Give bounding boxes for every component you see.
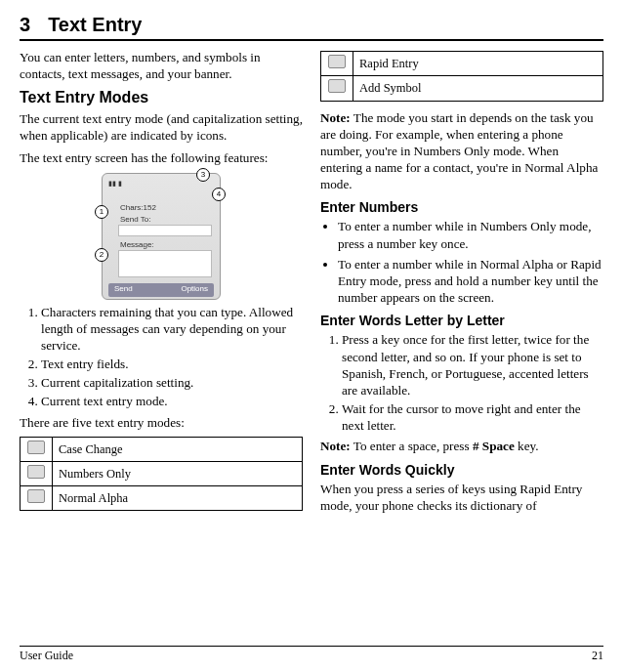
phone-screenshot-figure: ▮▮ ▮ Chars:152 Send To: Message: Send Op…: [102, 173, 221, 300]
list-item: Text entry fields.: [41, 356, 303, 372]
table-row: Normal Alpha: [21, 486, 303, 511]
intro-text: You can enter letters, numbers, and symb…: [20, 49, 303, 82]
message-field: [118, 250, 212, 277]
table-row: Numbers Only: [21, 461, 303, 485]
modes-table-right: Rapid Entry Add Symbol: [320, 51, 603, 102]
modes-intro: There are five text entry modes:: [20, 414, 303, 431]
send-to-label: Send To:: [120, 215, 150, 225]
note-mode-start: Note: The mode you start in depends on t…: [320, 109, 603, 193]
list-item: Wait for the cursor to move right and en…: [342, 400, 603, 434]
heading-words-quickly: Enter Words Quickly: [320, 461, 603, 479]
numbers-only-icon: [27, 465, 45, 479]
modes-table-left: Case Change Numbers Only Normal Alpha: [20, 437, 303, 512]
chapter-header: 3 Text Entry: [20, 12, 603, 41]
note-label: Note:: [320, 439, 351, 453]
footer-title: User Guide: [20, 649, 73, 664]
list-item: Press a key once for the first letter, t…: [342, 331, 603, 399]
note-label: Note:: [320, 110, 351, 125]
rapid-entry-icon: [328, 55, 346, 68]
chapter-number: 3: [20, 12, 30, 37]
rapid-entry-desc: When you press a series of keys using Ra…: [320, 481, 603, 514]
table-row: Case Change: [21, 437, 303, 461]
callout-4: 4: [212, 188, 226, 201]
list-item: Current capitalization setting.: [41, 374, 303, 391]
heading-enter-numbers: Enter Numbers: [320, 198, 603, 216]
list-item: Current text entry mode.: [41, 393, 303, 409]
heading-text-entry-modes: Text Entry Modes: [20, 88, 303, 108]
list-item: To enter a number while in Numbers Only …: [338, 218, 603, 251]
modes-desc-2: The text entry screen has the following …: [20, 149, 303, 166]
list-item: Characters remaining that you can type. …: [41, 304, 303, 354]
heading-letter-by-letter: Enter Words Letter by Letter: [320, 312, 603, 329]
normal-alpha-icon: [27, 489, 45, 503]
page-footer: User Guide 21: [20, 646, 603, 664]
battery-icon: ▮: [118, 179, 122, 188]
letter-by-letter-list: Press a key once for the first letter, t…: [320, 331, 603, 434]
table-row: Add Symbol: [321, 76, 603, 101]
signal-icon: ▮▮: [108, 179, 116, 188]
message-label: Message:: [120, 240, 154, 250]
mode-label: Rapid Entry: [353, 52, 603, 76]
callout-2: 2: [95, 248, 108, 262]
page-number: 21: [592, 649, 603, 664]
modes-desc-1: The current text entry mode (and capital…: [20, 110, 303, 144]
callout-1: 1: [95, 205, 108, 219]
mode-label: Numbers Only: [53, 461, 303, 485]
right-column: Rapid Entry Add Symbol Note: The mode yo…: [320, 49, 603, 640]
mode-label: Add Symbol: [353, 76, 603, 101]
note-space: Note: To enter a space, press # Space ke…: [320, 438, 603, 454]
chapter-title: Text Entry: [48, 12, 142, 37]
mode-label: Case Change: [53, 437, 303, 461]
mode-label: Normal Alpha: [53, 486, 303, 511]
chars-remaining-label: Chars:152: [120, 203, 156, 213]
table-row: Rapid Entry: [321, 52, 603, 76]
feature-list: Characters remaining that you can type. …: [20, 304, 303, 410]
add-symbol-icon: [328, 79, 346, 93]
send-to-field: [118, 225, 212, 236]
left-column: You can enter letters, numbers, and symb…: [20, 49, 303, 640]
softkey-left: Send: [114, 284, 133, 294]
softkey-bar: Send Options: [108, 283, 214, 297]
softkey-right: Options: [181, 284, 208, 294]
enter-numbers-list: To enter a number while in Numbers Only …: [320, 218, 603, 306]
list-item: To enter a number while in Normal Alpha …: [338, 256, 603, 306]
case-change-icon: [27, 441, 45, 454]
space-key: # Space: [473, 439, 515, 453]
callout-3: 3: [196, 168, 210, 182]
